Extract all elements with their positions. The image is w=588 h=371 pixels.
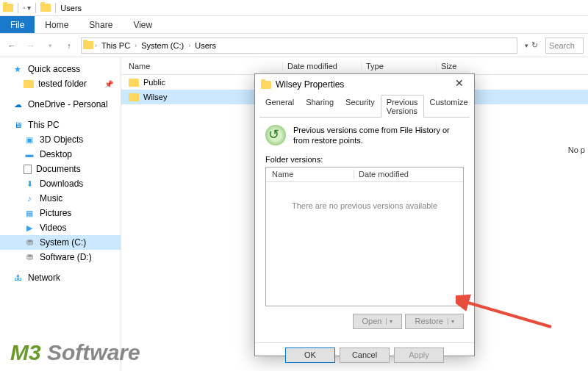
sidebar-music[interactable]: ♪Music <box>0 191 121 206</box>
column-size[interactable]: Size <box>437 62 488 71</box>
info-text: Previous versions come from File History… <box>293 125 464 146</box>
label: Network <box>28 273 60 283</box>
label: OneDrive - Personal <box>28 99 108 109</box>
restore-icon <box>265 125 286 145</box>
apply-button[interactable]: Apply <box>394 347 444 363</box>
properties-dialog: Wilsey Properties ✕ General Sharing Secu… <box>254 73 475 356</box>
label: Videos <box>40 223 66 233</box>
tab-previous-versions[interactable]: Previous Versions <box>381 95 424 118</box>
folder-versions-label: Folder versions: <box>265 155 464 164</box>
nav-toolbar: ← → ▾ ↑ › This PC › System (C:) › Users … <box>0 34 588 57</box>
folder-icon <box>83 41 93 49</box>
dialog-body: Previous versions come from File History… <box>255 118 474 342</box>
breadcrumb[interactable]: This PC <box>98 40 133 51</box>
file-name: Wilsey <box>143 93 167 101</box>
share-tab[interactable]: Share <box>79 16 123 33</box>
forward-button[interactable]: → <box>24 38 38 53</box>
refresh-icon[interactable]: ↻ <box>531 40 538 50</box>
nav-sidebar: ★Quick access tested folder📌 ☁OneDrive -… <box>0 57 121 371</box>
breadcrumb[interactable]: Users <box>192 40 219 51</box>
label: Desktop <box>40 149 72 159</box>
file-tab[interactable]: File <box>0 16 35 33</box>
music-icon: ♪ <box>24 193 35 203</box>
column-date[interactable]: Date modified <box>283 62 362 71</box>
monitor-icon: 🖥 <box>12 120 24 130</box>
address-controls: ▾ ↻ <box>525 40 538 50</box>
dropdown-icon[interactable]: ▾ <box>525 42 528 49</box>
tab-general[interactable]: General <box>259 95 300 118</box>
sidebar-videos[interactable]: ▶Videos <box>0 220 121 235</box>
tab-security[interactable]: Security <box>340 95 381 118</box>
sidebar-documents[interactable]: Documents <box>0 162 121 176</box>
preview-message: No p <box>568 145 585 154</box>
separator <box>18 3 18 13</box>
window-title: Users <box>60 4 82 12</box>
sidebar-downloads[interactable]: ⬇Downloads <box>0 176 121 191</box>
up-button[interactable]: ↑ <box>62 38 76 53</box>
dialog-tabs: General Sharing Security Previous Versio… <box>259 95 470 118</box>
sidebar-onedrive[interactable]: ☁OneDrive - Personal <box>0 97 121 112</box>
download-icon: ⬇ <box>24 179 35 189</box>
versions-list[interactable]: Name Date modified There are no previous… <box>265 167 464 306</box>
column-name[interactable]: Name <box>121 62 283 71</box>
sidebar-pictures[interactable]: ▦Pictures <box>0 206 121 220</box>
ok-button[interactable]: OK <box>285 347 335 363</box>
logo-m3: M3 <box>10 340 41 364</box>
cube-icon: ▣ <box>24 134 35 145</box>
home-tab[interactable]: Home <box>35 16 79 33</box>
col-date[interactable]: Date modified <box>354 170 463 179</box>
desktop-icon: ▬ <box>24 149 35 159</box>
folder-icon <box>129 93 139 101</box>
folder-icon <box>3 4 13 12</box>
separator <box>35 3 36 13</box>
close-button[interactable]: ✕ <box>449 77 470 89</box>
label: Software (D:) <box>40 252 92 262</box>
chevron-right-icon[interactable]: › <box>135 42 137 49</box>
tab-customize[interactable]: Customize <box>424 95 474 118</box>
folder-icon <box>261 81 271 89</box>
dialog-title: Wilsey Properties <box>276 79 344 90</box>
recent-dropdown[interactable]: ▾ <box>43 38 57 53</box>
video-icon: ▶ <box>24 223 35 233</box>
folder-icon <box>129 79 139 87</box>
open-button[interactable]: Open <box>353 314 403 329</box>
chevron-right-icon[interactable]: › <box>95 42 97 49</box>
sidebar-item-tested-folder[interactable]: tested folder📌 <box>0 76 121 91</box>
sidebar-3d-objects[interactable]: ▣3D Objects <box>0 132 121 147</box>
sidebar-network[interactable]: 🖧Network <box>0 270 121 285</box>
sidebar-this-pc[interactable]: 🖥This PC <box>0 118 121 132</box>
cancel-button[interactable]: Cancel <box>340 347 390 363</box>
col-name[interactable]: Name <box>266 170 354 179</box>
image-icon: ▦ <box>24 208 35 218</box>
cloud-icon: ☁ <box>12 99 24 109</box>
sidebar-quick-access[interactable]: ★Quick access <box>0 62 121 76</box>
back-button[interactable]: ← <box>4 38 19 53</box>
dialog-titlebar[interactable]: Wilsey Properties ✕ <box>255 74 474 95</box>
label: This PC <box>28 120 60 130</box>
drive-icon: ⛃ <box>24 252 35 262</box>
address-bar[interactable]: › This PC › System (C:) › Users <box>81 37 517 54</box>
restore-button[interactable]: Restore <box>405 314 464 329</box>
column-type[interactable]: Type <box>362 62 437 71</box>
label: Downloads <box>40 179 83 189</box>
label: Pictures <box>40 208 71 218</box>
chevron-right-icon[interactable]: › <box>188 42 190 49</box>
titlebar: ▫ ▾ Users <box>0 0 588 16</box>
empty-message: There are no previous versions available <box>266 182 463 210</box>
column-headers[interactable]: Name Date modified Type Size <box>121 57 588 75</box>
view-tab[interactable]: View <box>123 16 162 33</box>
label: Music <box>40 193 62 203</box>
breadcrumb[interactable]: System (C:) <box>138 40 187 51</box>
drive-icon: ⛃ <box>24 237 35 248</box>
sidebar-system-c[interactable]: ⛃System (C:) <box>0 235 121 250</box>
sidebar-desktop[interactable]: ▬Desktop <box>0 147 121 162</box>
label: tested folder <box>38 79 87 89</box>
file-name: Public <box>143 78 165 87</box>
qa-toggle-icon[interactable]: ▫ ▾ <box>23 4 31 12</box>
dialog-footer: OK Cancel Apply <box>255 342 474 367</box>
sidebar-software-d[interactable]: ⛃Software (D:) <box>0 250 121 264</box>
tab-sharing[interactable]: Sharing <box>300 95 340 118</box>
search-input[interactable]: Search <box>545 37 584 54</box>
label: Documents <box>36 164 81 174</box>
folder-icon <box>24 80 34 88</box>
